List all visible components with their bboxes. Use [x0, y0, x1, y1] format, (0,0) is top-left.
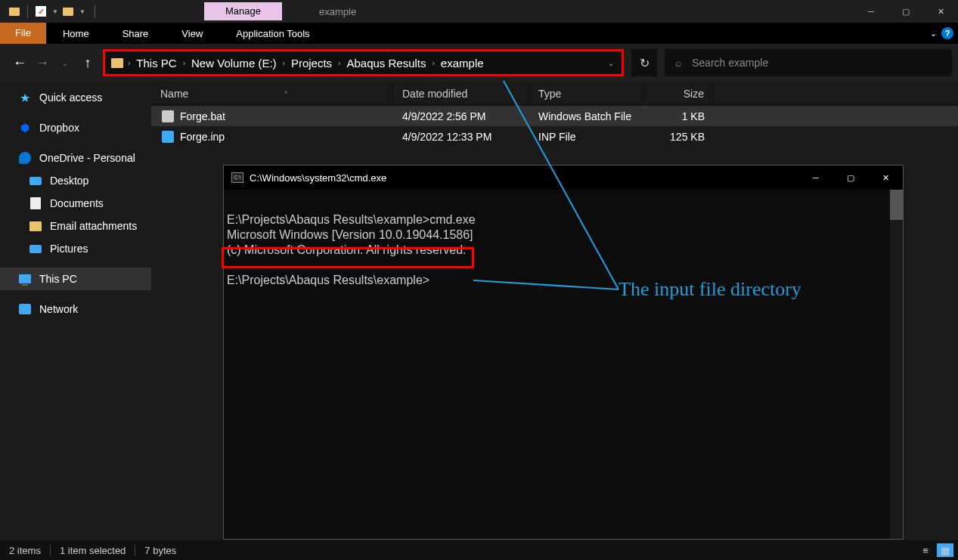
recent-dropdown[interactable]: ⌄: [57, 59, 73, 67]
column-type[interactable]: Type: [529, 82, 643, 105]
sidebar-label: OneDrive - Personal: [39, 152, 135, 164]
ribbon-help[interactable]: ⌄ ?: [930, 27, 953, 39]
inp-file-icon: [162, 131, 174, 143]
file-size: 125 KB: [643, 131, 714, 143]
sidebar-label: Network: [39, 303, 78, 315]
maximize-button[interactable]: ▢: [833, 166, 868, 190]
file-size: 1 KB: [643, 110, 714, 122]
breadcrumb-item[interactable]: example: [436, 57, 488, 70]
back-button[interactable]: ←: [12, 55, 27, 71]
search-icon: ⌕: [675, 57, 681, 69]
column-headers: Name^ Date modified Type Size: [151, 82, 958, 106]
separator: [95, 5, 95, 18]
annotation-text: The input file directory: [619, 278, 801, 301]
sidebar-item-this-pc[interactable]: This PC: [0, 268, 151, 290]
file-menu[interactable]: File: [0, 23, 46, 44]
close-button[interactable]: ✕: [868, 166, 903, 190]
sidebar-item-desktop[interactable]: Desktop: [0, 169, 151, 192]
annotation-highlight: [222, 247, 474, 268]
breadcrumb-item[interactable]: New Volume (E:): [187, 57, 281, 70]
cmd-line: Microsoft Windows [Version 10.0.19044.15…: [227, 228, 473, 241]
new-folder-icon[interactable]: [60, 3, 76, 20]
navigation-row: ← → ⌄ ↑ › This PC › New Volume (E:) › Pr…: [0, 44, 958, 82]
sidebar-label: Desktop: [50, 175, 88, 187]
tab-share[interactable]: Share: [106, 28, 166, 39]
chevron-right-icon[interactable]: ›: [336, 59, 342, 67]
search-input[interactable]: ⌕ Search example: [665, 49, 952, 76]
chevron-right-icon[interactable]: ›: [431, 59, 436, 67]
ribbon: File Home Share View Application Tools ⌄…: [0, 23, 958, 44]
navigation-pane: ★Quick access ⬢Dropbox OneDrive - Person…: [0, 82, 151, 540]
separator: [27, 5, 28, 18]
file-name: Forge.inp: [180, 131, 225, 143]
column-date[interactable]: Date modified: [393, 82, 529, 105]
file-type: Windows Batch File: [529, 110, 643, 122]
up-button[interactable]: ↑: [80, 55, 95, 71]
details-view-icon[interactable]: ≡: [917, 543, 934, 557]
window-titlebar: ✓ ▼ ▼ Manage example ─ ▢ ✕: [0, 0, 958, 23]
sidebar-item-quick-access[interactable]: ★Quick access: [0, 86, 151, 109]
search-placeholder: Search example: [692, 57, 768, 69]
maximize-button[interactable]: ▢: [888, 0, 923, 23]
window-title: example: [319, 6, 356, 17]
chevron-down-icon[interactable]: ▼: [79, 8, 85, 15]
status-selected: 1 item selected: [60, 545, 135, 556]
network-icon: [18, 302, 32, 316]
dropbox-icon: ⬢: [18, 121, 32, 135]
chevron-down-icon[interactable]: ⌄: [930, 29, 937, 39]
chevron-right-icon[interactable]: ›: [181, 59, 187, 67]
column-size[interactable]: Size: [643, 82, 714, 105]
tab-application-tools[interactable]: Application Tools: [219, 28, 326, 39]
scrollbar-thumb[interactable]: [890, 190, 903, 220]
tab-home[interactable]: Home: [46, 28, 106, 39]
minimize-button[interactable]: ─: [798, 166, 833, 190]
scrollbar[interactable]: [890, 190, 903, 539]
tab-view[interactable]: View: [165, 28, 219, 39]
batch-file-icon: [162, 110, 174, 122]
ribbon-contextual-tab[interactable]: Manage: [204, 2, 282, 20]
forward-button[interactable]: →: [35, 55, 50, 71]
close-button[interactable]: ✕: [923, 0, 958, 23]
sidebar-item-email[interactable]: Email attachments: [0, 215, 151, 237]
onedrive-icon: [18, 151, 32, 165]
breadcrumb[interactable]: › This PC › New Volume (E:) › Projects ›…: [103, 49, 624, 76]
help-icon[interactable]: ?: [941, 27, 953, 39]
cmd-titlebar[interactable]: C:\ C:\Windows\system32\cmd.exe ─ ▢ ✕: [224, 166, 903, 190]
document-icon: [29, 196, 42, 210]
cmd-window: C:\ C:\Windows\system32\cmd.exe ─ ▢ ✕ E:…: [223, 165, 904, 540]
file-name: Forge.bat: [180, 110, 225, 122]
file-type: INP File: [529, 131, 643, 143]
sidebar-label: Quick access: [39, 91, 102, 104]
file-date: 4/9/2022 2:56 PM: [393, 110, 529, 122]
folder-icon: [111, 58, 123, 68]
file-date: 4/9/2022 12:33 PM: [393, 131, 529, 143]
sidebar-item-network[interactable]: Network: [0, 298, 151, 320]
sidebar-item-dropbox[interactable]: ⬢Dropbox: [0, 116, 151, 139]
chevron-right-icon[interactable]: ›: [281, 59, 287, 67]
sort-asc-icon: ^: [284, 90, 287, 97]
quick-access-toolbar: ✓ ▼ ▼: [0, 3, 98, 20]
chevron-right-icon[interactable]: ›: [126, 59, 132, 67]
sidebar-item-onedrive[interactable]: OneDrive - Personal: [0, 147, 151, 169]
breadcrumb-item[interactable]: Abaqus Results: [342, 57, 430, 70]
column-name[interactable]: Name^: [151, 82, 393, 105]
cmd-icon: C:\: [231, 172, 243, 183]
folder-icon: [29, 219, 42, 233]
history-dropdown[interactable]: ⌄: [608, 59, 614, 67]
folder-icon: [6, 3, 23, 20]
thumbnails-view-icon[interactable]: ▦: [937, 543, 953, 557]
file-row[interactable]: Forge.inp 4/9/2022 12:33 PM INP File 125…: [151, 126, 958, 147]
sidebar-item-pictures[interactable]: Pictures: [0, 237, 151, 260]
sidebar-label: Documents: [50, 197, 104, 209]
breadcrumb-item[interactable]: Projects: [287, 57, 336, 70]
minimize-button[interactable]: ─: [854, 0, 888, 23]
file-row[interactable]: Forge.bat 4/9/2022 2:56 PM Windows Batch…: [151, 106, 958, 126]
cmd-title: C:\Windows\system32\cmd.exe: [250, 172, 386, 184]
properties-icon[interactable]: ✓: [33, 3, 49, 20]
refresh-button[interactable]: ↻: [631, 49, 657, 76]
chevron-down-icon[interactable]: ▼: [52, 8, 58, 15]
cmd-output[interactable]: E:\Projects\Abaqus Results\example>cmd.e…: [224, 190, 903, 539]
breadcrumb-item[interactable]: This PC: [132, 57, 181, 70]
sidebar-item-documents[interactable]: Documents: [0, 192, 151, 215]
sidebar-label: Email attachments: [50, 220, 137, 232]
